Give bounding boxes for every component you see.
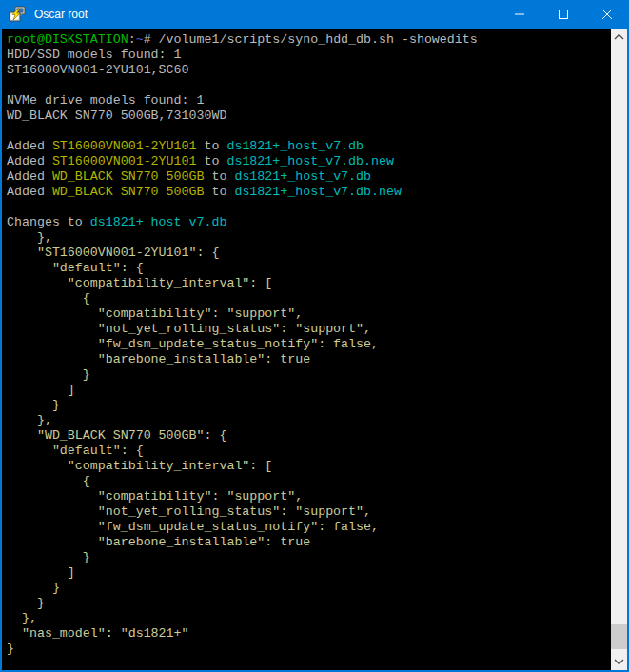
terminal-line: } [7,642,611,657]
terminal-line: "not_yet_rolling_status": "support", [7,504,611,520]
terminal-line: } [7,550,611,565]
terminal-line: "fw_dsm_update_status_notify": false, [7,520,611,535]
terminal-line [7,200,611,215]
terminal-line: WD_BLACK SN770 500GB,731030WD [7,109,611,124]
minimize-button[interactable] [498,0,541,29]
terminal-line: { [7,291,611,306]
terminal-line: Added ST16000VN001-2YU101 to ds1821+_hos… [7,154,611,169]
close-icon [602,10,612,19]
terminal-line: ] [7,383,611,398]
chevron-up-icon [614,33,624,40]
terminal-line [7,78,611,93]
scrollbar[interactable] [611,29,627,670]
window-title: Oscar root [34,8,88,21]
putty-app-icon [9,6,26,23]
terminal-line: "compatibility": "support", [7,489,611,504]
terminal-line: "compatibility_interval": [ [7,459,611,474]
window-body: root@DISKSTATION:~# /volume1/scripts/syn… [0,29,629,672]
putty-window: Oscar root root@DISKSTATION:~# /volume1/… [0,0,629,672]
terminal-line: "WD_BLACK SN770 500GB": { [7,428,611,444]
terminal-line [7,124,611,139]
close-button[interactable] [585,0,629,29]
terminal-line: Added WD_BLACK SN770 500GB to ds1821+_ho… [7,169,611,185]
scroll-down-button[interactable] [611,654,627,670]
terminal-line: "not_yet_rolling_status": "support", [7,322,611,337]
terminal-line: HDD/SSD models found: 1 [7,48,611,63]
terminal-line: "compatibility_interval": [ [7,276,611,291]
terminal-line: Changes to ds1821+_host_v7.db [7,215,611,230]
terminal-line: Added ST16000VN001-2YU101 to ds1821+_hos… [7,139,611,154]
terminal-line: }, [7,611,611,626]
terminal-line: { [7,474,611,489]
window-controls [498,0,629,29]
terminal-line: root@DISKSTATION:~# /volume1/scripts/syn… [7,32,611,48]
scrollbar-thumb[interactable] [611,624,627,649]
terminal-line: NVMe drive models found: 1 [7,93,611,109]
terminal-line: }, [7,230,611,246]
terminal-line: Added WD_BLACK SN770 500GB to ds1821+_ho… [7,185,611,200]
terminal-line: ] [7,565,611,581]
terminal-line: "default": { [7,444,611,459]
titlebar[interactable]: Oscar root [0,0,629,29]
maximize-button[interactable] [541,0,585,29]
terminal-line: } [7,581,611,596]
scrollbar-track[interactable] [611,45,627,654]
chevron-down-icon [614,659,624,665]
terminal-line: "fw_dsm_update_status_notify": false, [7,337,611,352]
terminal-output[interactable]: root@DISKSTATION:~# /volume1/scripts/syn… [2,29,611,670]
scroll-up-button[interactable] [611,29,627,45]
terminal-line: "ST16000VN001-2YU101": { [7,246,611,261]
terminal-line: "compatibility": "support", [7,306,611,322]
terminal-line: "default": { [7,261,611,276]
terminal-line: ST16000VN001-2YU101,SC60 [7,63,611,78]
terminal-line: "nas_model": "ds1821+" [7,626,611,642]
terminal-line: "barebone_installable": true [7,352,611,367]
terminal-line: } [7,398,611,413]
terminal-line: "barebone_installable": true [7,535,611,550]
terminal-line: }, [7,413,611,428]
minimize-icon [515,10,524,19]
terminal-line: } [7,367,611,383]
terminal-line: } [7,596,611,611]
maximize-icon [559,10,568,19]
